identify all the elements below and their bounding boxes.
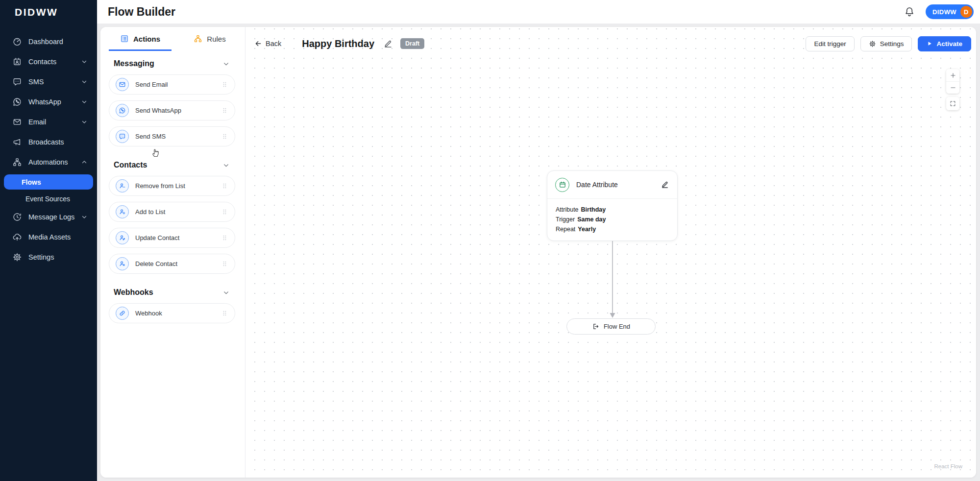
gear-icon <box>869 40 876 48</box>
update-contact-icon <box>116 231 129 244</box>
action-label: Delete Contact <box>135 260 177 267</box>
sidebar-item-broadcasts[interactable]: Broadcasts <box>0 132 97 152</box>
flow-title: Happy Birthday <box>302 38 374 49</box>
sidebar-item-message-logs[interactable]: Message Logs <box>0 207 97 227</box>
drag-handle-icon[interactable] <box>221 182 228 190</box>
zoom-out-button[interactable] <box>946 81 959 94</box>
gear-icon <box>12 252 22 262</box>
play-icon <box>927 41 932 47</box>
action-delete-contact[interactable]: Delete Contact <box>109 254 235 274</box>
section-header-messaging[interactable]: Messaging <box>114 59 235 68</box>
sidebar-item-label: SMS <box>28 78 44 86</box>
actions-panel: Actions Rules Messaging Send Email <box>100 27 245 478</box>
drag-handle-icon[interactable] <box>221 81 228 88</box>
sidebar-item-media-assets[interactable]: Media Assets <box>0 227 97 247</box>
top-header: Flow Builder DIDWW D <box>97 0 980 24</box>
edit-trigger-button[interactable]: Edit trigger <box>806 36 854 51</box>
node-field-attribute: AttributeBirthday <box>556 205 669 215</box>
action-remove-from-list[interactable]: Remove from List <box>109 176 235 196</box>
notification-bell-icon[interactable] <box>904 6 915 17</box>
drag-handle-icon[interactable] <box>221 107 228 114</box>
chevron-up-icon <box>81 159 87 165</box>
sidebar-item-automations[interactable]: Automations <box>0 152 97 172</box>
chevron-down-icon <box>81 59 87 65</box>
sidebar-item-email[interactable]: Email <box>0 112 97 132</box>
remove-from-list-icon <box>116 179 129 192</box>
sidebar-item-label: WhatsApp <box>28 98 61 106</box>
email-icon <box>12 117 22 127</box>
action-add-to-list[interactable]: Add to List <box>109 202 235 222</box>
drag-handle-icon[interactable] <box>221 260 228 267</box>
chevron-down-icon <box>81 79 87 85</box>
send-email-icon <box>116 78 129 91</box>
contacts-icon <box>12 57 22 67</box>
sidebar-item-event-sources[interactable]: Event Sources <box>0 191 97 207</box>
settings-button[interactable]: Settings <box>860 36 912 51</box>
panel-tabs: Actions Rules <box>100 27 245 51</box>
sidebar-item-label: Automations <box>28 158 68 166</box>
sidebar-item-flows[interactable]: Flows <box>4 174 93 190</box>
media-assets-icon <box>12 232 22 242</box>
dashboard-icon <box>12 37 22 47</box>
account-button[interactable]: DIDWW D <box>926 4 974 19</box>
account-label: DIDWW <box>932 8 956 16</box>
node-flow-end[interactable]: Flow End <box>566 318 656 335</box>
action-label: Send WhatsApp <box>135 107 181 114</box>
activate-button[interactable]: Activate <box>918 36 971 51</box>
tab-actions[interactable]: Actions <box>109 34 172 51</box>
section-header-contacts[interactable]: Contacts <box>114 161 235 169</box>
zoom-in-button[interactable] <box>946 69 959 81</box>
sidebar-item-whatsapp[interactable]: WhatsApp <box>0 92 97 112</box>
arrow-left-icon <box>254 40 262 48</box>
edit-node-pencil-icon[interactable] <box>661 180 669 189</box>
sidebar-item-label: Settings <box>28 253 54 261</box>
broadcasts-icon <box>12 137 22 147</box>
sidebar-item-sms[interactable]: SMS <box>0 72 97 92</box>
sms-icon <box>12 77 22 87</box>
flow-end-exit-icon <box>592 323 599 330</box>
flow-canvas[interactable]: Back Happy Birthday Draft Edit trigger S… <box>246 27 976 478</box>
message-logs-icon <box>12 212 22 222</box>
action-send-whatsapp[interactable]: Send WhatsApp <box>109 100 235 120</box>
back-button[interactable]: Back <box>254 40 281 48</box>
edit-title-pencil-icon[interactable] <box>384 39 392 48</box>
action-label: Send SMS <box>135 133 166 140</box>
drag-handle-icon[interactable] <box>221 234 228 241</box>
avatar: D <box>960 6 972 18</box>
chevron-down-icon <box>223 162 229 168</box>
zoom-controls <box>946 69 959 110</box>
automations-icon <box>12 157 22 167</box>
sidebar-item-settings[interactable]: Settings <box>0 247 97 267</box>
action-send-sms[interactable]: Send SMS <box>109 126 235 146</box>
action-label: Webhook <box>135 310 162 317</box>
action-update-contact[interactable]: Update Contact <box>109 228 235 248</box>
rules-sitemap-icon <box>194 34 202 43</box>
chevron-down-icon <box>81 99 87 105</box>
didww-logo: DIDWW <box>0 0 97 18</box>
send-sms-icon <box>116 130 129 143</box>
tab-rules[interactable]: Rules <box>178 34 241 51</box>
add-to-list-icon <box>116 205 129 218</box>
status-badge: Draft <box>400 38 424 49</box>
chevron-down-icon <box>223 289 229 296</box>
send-whatsapp-icon <box>116 104 129 117</box>
drag-handle-icon[interactable] <box>221 133 228 140</box>
fit-view-button[interactable] <box>946 97 959 110</box>
action-send-email[interactable]: Send Email <box>109 74 235 95</box>
sidebar-item-dashboard[interactable]: Dashboard <box>0 31 97 51</box>
action-webhook[interactable]: Webhook <box>109 303 235 323</box>
canvas-toolbar: Back Happy Birthday Draft Edit trigger S… <box>246 27 976 55</box>
node-title: Date Attribute <box>576 181 618 189</box>
drag-handle-icon[interactable] <box>221 208 228 216</box>
tab-label: Actions <box>133 35 160 43</box>
chevron-down-icon <box>81 119 87 125</box>
tab-label: Rules <box>207 35 225 43</box>
sidebar-item-label: Media Assets <box>28 233 71 241</box>
sidebar-item-label: Contacts <box>28 58 56 66</box>
drag-handle-icon[interactable] <box>221 310 228 317</box>
section-header-webhooks[interactable]: Webhooks <box>114 288 235 297</box>
action-label: Send Email <box>135 81 168 88</box>
action-label: Remove from List <box>135 182 185 190</box>
node-date-attribute[interactable]: Date Attribute AttributeBirthday Trigger… <box>547 170 678 241</box>
sidebar-item-contacts[interactable]: Contacts <box>0 51 97 72</box>
